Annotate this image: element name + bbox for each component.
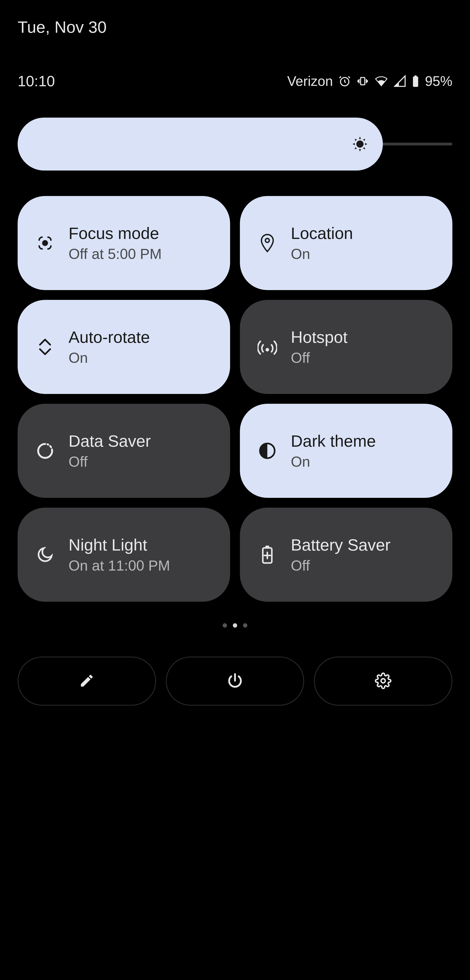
page-dot[interactable]: [223, 623, 227, 628]
battery-plus-icon: [257, 545, 277, 565]
rotate-icon: [35, 337, 55, 357]
tile-subtitle: Off at 5:00 PM: [68, 246, 162, 262]
gear-icon: [375, 673, 391, 690]
dark-theme-icon: [257, 441, 277, 461]
time-label: 10:10: [17, 73, 55, 89]
cellular-icon: [394, 75, 406, 88]
tile-auto-rotate[interactable]: Auto-rotate On: [17, 300, 230, 394]
status-icons: Verizon 95%: [287, 73, 453, 89]
brightness-fill: [17, 118, 383, 170]
tile-subtitle: On: [291, 453, 376, 470]
svg-point-7: [265, 348, 269, 352]
tile-night-light[interactable]: Night Light On at 11:00 PM: [17, 508, 230, 602]
footer-actions: [17, 657, 453, 706]
settings-button[interactable]: [314, 657, 453, 706]
page-dot[interactable]: [233, 623, 237, 628]
edit-button[interactable]: [17, 657, 156, 706]
page-dot[interactable]: [243, 623, 247, 628]
data-saver-icon: [35, 441, 55, 461]
tile-title: Auto-rotate: [68, 328, 150, 347]
tile-focus-mode[interactable]: Focus mode Off at 5:00 PM: [17, 196, 230, 290]
pagination-dots: [223, 623, 247, 628]
svg-point-4: [357, 141, 363, 147]
svg-rect-10: [265, 546, 269, 548]
svg-point-11: [381, 679, 385, 682]
hotspot-icon: [257, 337, 277, 357]
carrier-label: Verizon: [287, 73, 333, 89]
battery-percent: 95%: [425, 73, 453, 89]
tile-title: Data Saver: [68, 431, 151, 450]
alarm-icon: [338, 75, 351, 88]
svg-point-5: [43, 241, 48, 245]
tile-subtitle: Off: [291, 557, 391, 574]
focus-icon: [35, 233, 55, 253]
tile-subtitle: On at 11:00 PM: [68, 557, 170, 574]
svg-rect-2: [413, 76, 418, 87]
quick-settings-tiles: Focus mode Off at 5:00 PM Location On Au…: [17, 196, 453, 602]
brightness-icon: [350, 134, 370, 154]
power-icon: [226, 672, 244, 690]
tile-location[interactable]: Location On: [240, 196, 453, 290]
tile-title: Hotspot: [291, 328, 348, 347]
date-label: Tue, Nov 30: [17, 18, 106, 37]
brightness-slider[interactable]: [17, 118, 453, 170]
location-pin-icon: [257, 233, 277, 253]
svg-point-6: [265, 239, 269, 242]
moon-icon: [35, 545, 55, 565]
tile-subtitle: Off: [68, 453, 151, 470]
tile-title: Dark theme: [291, 431, 376, 450]
tile-subtitle: On: [291, 246, 353, 262]
svg-rect-1: [360, 78, 365, 85]
tile-data-saver[interactable]: Data Saver Off: [17, 404, 230, 498]
wifi-icon: [375, 74, 388, 88]
tile-dark-theme[interactable]: Dark theme On: [240, 404, 453, 498]
tile-hotspot[interactable]: Hotspot Off: [240, 300, 453, 394]
power-button[interactable]: [166, 657, 304, 706]
svg-rect-3: [414, 75, 417, 77]
tile-title: Night Light: [68, 536, 170, 555]
pencil-icon: [79, 673, 95, 689]
battery-icon: [412, 75, 419, 88]
tile-subtitle: On: [68, 350, 150, 366]
tile-title: Focus mode: [68, 224, 162, 243]
tile-subtitle: Off: [291, 350, 348, 366]
tile-title: Battery Saver: [291, 536, 391, 555]
status-bar: 10:10 Verizon 95%: [17, 73, 453, 89]
tile-title: Location: [291, 224, 353, 243]
brightness-slider-row: [17, 118, 453, 170]
vibrate-icon: [356, 75, 369, 88]
tile-battery-saver[interactable]: Battery Saver Off: [240, 508, 453, 602]
